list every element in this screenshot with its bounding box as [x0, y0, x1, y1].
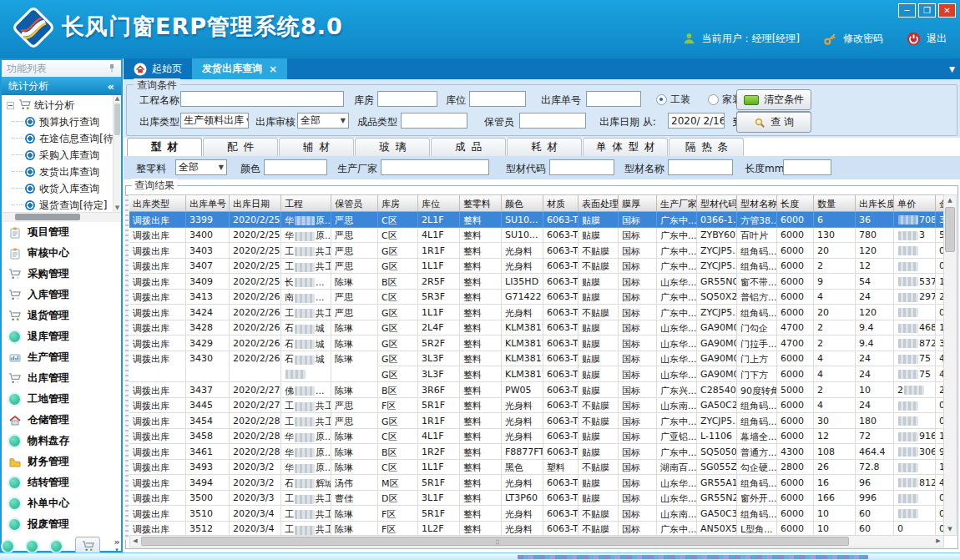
audit-select[interactable]: 全部▼ — [297, 113, 349, 129]
column-header[interactable]: 数量 — [814, 195, 856, 212]
close-button[interactable]: ✕ — [938, 3, 956, 18]
table-row[interactable]: 调拨出库34612020/2/28华原...陈琳B区1R2F整料F8877FT6… — [129, 444, 944, 460]
table-row[interactable]: 调拨出库34582020/2/28华原...陈琳C区4L1F整料光身料6063-… — [129, 429, 944, 445]
material-tab-型材[interactable]: 型材 — [127, 138, 202, 156]
table-row[interactable]: 调拨出库34282020/2/26石城陈琳G区2L4F整料KLM38176063… — [129, 320, 944, 336]
pin-icon[interactable] — [108, 63, 116, 73]
material-tab-单体型材[interactable]: 单体型材 — [583, 138, 668, 156]
minimize-button[interactable]: ─ — [898, 3, 916, 18]
column-header[interactable]: 型材代码 — [697, 195, 737, 212]
scrollbar-thumb[interactable] — [15, 214, 80, 220]
column-header[interactable]: 保管员 — [331, 195, 378, 212]
scroll-down-icon[interactable]: ▼ — [114, 204, 121, 212]
material-tab-隔热条[interactable]: 隔热条 — [669, 138, 744, 156]
column-header[interactable]: 工程 — [281, 195, 331, 212]
close-tab-icon[interactable]: × — [269, 63, 277, 75]
sidebar-item-生产管理[interactable]: 生产管理 — [2, 347, 121, 368]
profile-code-input[interactable] — [549, 159, 614, 175]
sidebar-item-物料盘存[interactable]: 物料盘存 — [2, 431, 121, 452]
table-vertical-scrollbar[interactable]: ▲ ▼ — [943, 194, 957, 536]
scroll-up-icon[interactable]: ▲ — [944, 195, 956, 206]
sidebar-item-出库管理[interactable]: 出库管理 — [2, 368, 121, 389]
tree-item[interactable]: 发货出库查询 — [2, 164, 114, 180]
material-tab-辅材[interactable]: 辅材 — [279, 138, 354, 156]
table-row[interactable]: 调拨出库34372020/2/27佛...陈琳B区3R6F整料PW056063-… — [129, 382, 944, 398]
table-row[interactable]: 调拨出库34092020/2/25长...陈琳B区2R5F整料LI35HD606… — [129, 274, 944, 290]
statistics-section-header[interactable]: 统计分析 « — [2, 77, 121, 95]
splitter-handle[interactable] — [125, 194, 129, 540]
product-type-input[interactable] — [401, 113, 467, 129]
collapse-icon[interactable]: « — [108, 80, 114, 93]
table-row[interactable]: 调拨出库33992020/2/25华原...严思C区2L1F整料SU10...6… — [129, 212, 944, 228]
column-header[interactable]: 库位 — [418, 195, 460, 212]
workwear-radio[interactable]: 工装 — [656, 93, 690, 107]
scroll-up-icon[interactable]: ▲ — [114, 95, 121, 103]
warehouse-input[interactable] — [377, 91, 437, 107]
sidebar-item-退货管理[interactable]: 退货管理 — [2, 305, 121, 326]
column-header[interactable]: 出库日期 — [230, 195, 281, 212]
keeper-input[interactable] — [519, 113, 586, 129]
outbound-type-select[interactable]: 生产领料出库▼ — [180, 113, 249, 129]
tree-root-item[interactable]: 统计分析 — [2, 97, 114, 114]
tree-item[interactable]: 采购入库查询 — [2, 147, 114, 164]
table-row[interactable]: 调拨出库35102020/3/4工共工程陈琳F区5R1F整料光身料6063-T5… — [129, 506, 944, 522]
order-no-input[interactable] — [586, 91, 641, 107]
sidebar-item-采购管理[interactable]: 采购管理 — [2, 264, 121, 285]
sidebar-item-审核中心[interactable]: 审核中心 — [2, 243, 121, 264]
table-horizontal-scrollbar[interactable]: ◀ ⠿ ▶ — [129, 535, 944, 547]
table-row[interactable]: 调拨出库34072020/2/25工共工程严思G区1L1F整料光身料6063-T… — [129, 259, 944, 275]
sidebar-item-报废管理[interactable]: 报废管理 — [2, 514, 121, 535]
tree-item[interactable]: 收货入库查询 — [2, 180, 114, 197]
scrollbar-thumb[interactable] — [945, 207, 955, 252]
sidebar-item-财务管理[interactable]: 财务管理 — [2, 452, 121, 472]
table-row[interactable]: 调拨出库34002020/2/25华原...严思C区4L1F整料SU10...6… — [129, 228, 944, 244]
tab-list-chevron-icon[interactable]: ▼ — [949, 65, 955, 73]
column-header[interactable]: 出库长度 — [856, 195, 894, 212]
clear-conditions-button[interactable]: 清空条件 — [736, 89, 811, 110]
table-row[interactable]: 调拨出库34942020/3/2石辉城汤伟M区5R1F整料光身料6063-T5贴… — [129, 475, 944, 491]
table-row[interactable]: 调拨出库34542020/2/28工共工程严思G区1R1F整料光身料6063-T… — [129, 413, 944, 429]
table-row[interactable]: 调拨出库34932020/3/2华原...陈琳C区1L1F整料黑色塑料不贴膜国标… — [129, 460, 944, 476]
table-row[interactable]: 调拨出库34132020/2/26南...严思C区5R3F整料G71422606… — [129, 290, 944, 305]
material-tab-玻璃[interactable]: 玻璃 — [355, 138, 430, 156]
dot-icon[interactable] — [51, 541, 62, 552]
tree-vertical-scrollbar[interactable]: ▲ ▼ — [113, 95, 121, 212]
column-header[interactable]: 出库类型 — [129, 195, 186, 212]
tree-horizontal-scrollbar[interactable] — [2, 212, 121, 222]
column-header[interactable]: 表面处理 — [579, 195, 619, 212]
date-from-picker[interactable]: 2020/ 2/16▼ — [668, 113, 725, 129]
table-row[interactable]: 调拨出库35002020/3/3工共工程曹佳D区3L1F整料LT3P606063… — [129, 491, 944, 507]
wholepart-select[interactable]: 全部▼ — [175, 159, 227, 175]
table-row[interactable]: 调拨出库34452020/2/27工共工程严思F区5R1F整料光身料6063-T… — [129, 398, 944, 414]
length-input[interactable] — [783, 159, 831, 175]
project-name-input[interactable] — [180, 91, 344, 107]
column-header[interactable]: 生产厂家 — [657, 195, 697, 212]
sidebar-item-结转管理[interactable]: 结转管理 — [2, 472, 121, 493]
column-header[interactable]: 长度 — [777, 195, 814, 212]
location-input[interactable] — [469, 91, 526, 107]
column-header[interactable]: 材质 — [543, 195, 579, 212]
column-header[interactable]: 库房 — [378, 195, 418, 212]
scroll-left-icon[interactable]: ◀ — [130, 536, 140, 546]
search-button[interactable]: 查 询 — [736, 112, 811, 133]
change-password-link[interactable]: 修改密码 — [843, 32, 883, 46]
material-tab-耗材[interactable]: 耗材 — [507, 138, 582, 156]
tree-item[interactable]: 在途信息查询[待 — [2, 130, 114, 147]
logout-link[interactable]: 退出 — [927, 32, 947, 46]
column-header[interactable]: 出库单号 — [186, 195, 230, 212]
column-header[interactable]: 单价 — [894, 195, 936, 212]
table-row[interactable]: 调拨出库34292020/2/26石城陈琳G区5R2F整料KLM38176063… — [129, 335, 944, 351]
column-header[interactable]: 型材名称 — [737, 195, 777, 212]
sidebar-item-退库管理[interactable]: 退库管理 — [2, 326, 121, 347]
table-row[interactable]: G区3L3F整料KLM38176063-T5贴膜国标山东华...GA90M09.… — [129, 366, 944, 382]
expander-icon[interactable] — [7, 102, 14, 109]
scrollbar-thumb[interactable] — [114, 103, 120, 135]
dot-icon[interactable] — [3, 541, 13, 552]
table-row[interactable]: 调拨出库34032020/2/25工共工程严思G区1R1F整料光身料6063-T… — [129, 243, 944, 259]
table-row[interactable]: 调拨出库34302020/2/26石城陈琳G区3L3F整料KLM38176063… — [129, 351, 944, 367]
scroll-right-icon[interactable]: ▶ — [933, 536, 943, 546]
material-tab-配件[interactable]: 配件 — [203, 138, 278, 156]
table-row[interactable]: 调拨出库35122020/3/4工共工程陈琳F区1L2F整料光身料6063-T5… — [129, 522, 944, 536]
sidebar-item-入库管理[interactable]: 入库管理 — [2, 285, 121, 305]
material-tab-成品[interactable]: 成品 — [431, 138, 506, 156]
